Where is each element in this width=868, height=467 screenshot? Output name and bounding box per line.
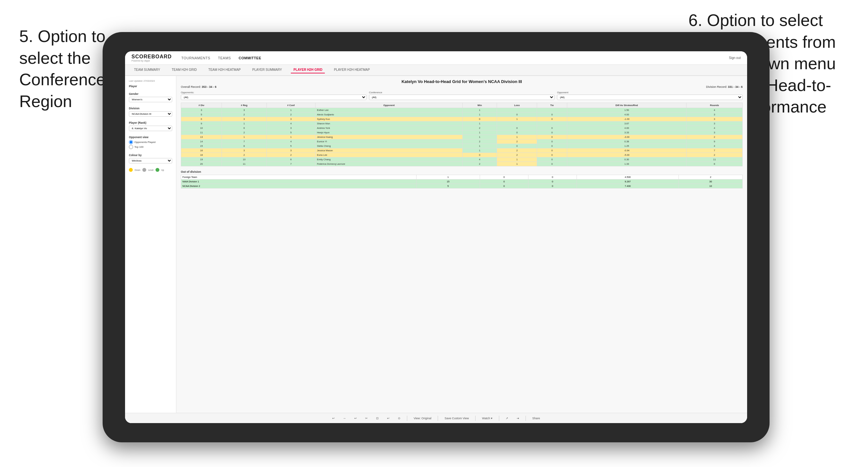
- td-diff: 0.38: [567, 139, 686, 144]
- td-reg: 2: [222, 153, 267, 157]
- colour-by-select[interactable]: Win/loss: [129, 158, 172, 163]
- player-rank-section: Player (Rank) 8. Katelyn Vo: [129, 121, 172, 131]
- filter-opp-group: Opponent (All): [557, 91, 743, 100]
- records-row: Overall Record: 353 - 34 - 6 Division Re…: [181, 85, 743, 89]
- td-diff: 1.50: [567, 108, 686, 113]
- division-label: Division: [129, 107, 172, 110]
- td-loss: [497, 108, 537, 113]
- conf-filter-select[interactable]: (All): [369, 95, 555, 100]
- sub-team-h2h-heatmap[interactable]: TEAM H2H HEATMAP: [206, 67, 243, 73]
- opponent-view-section: Opponent view Opponents Played Top 100: [129, 135, 172, 149]
- radio-top-100[interactable]: Top 100: [129, 145, 172, 149]
- td-win: 2: [462, 162, 497, 166]
- toolbar-copy[interactable]: ⊡: [374, 416, 381, 421]
- td-reg: 2: [222, 130, 267, 135]
- toolbar-share[interactable]: Share: [530, 416, 542, 421]
- sub-player-summary[interactable]: PLAYER SUMMARY: [250, 67, 284, 73]
- division-section: Division NCAA Division III: [129, 107, 172, 117]
- td-rounds: 2: [686, 153, 743, 157]
- td-tie: 0: [537, 113, 567, 117]
- legend-level-circle: [143, 168, 146, 172]
- col-opponent: Opponent: [315, 103, 462, 108]
- col-diff: Diff Av Strokes/Rnd: [567, 103, 686, 108]
- filter-opp-label: Opponent: [557, 91, 743, 94]
- td-div: 3: [181, 108, 222, 113]
- toolbar-view-original[interactable]: View: Original: [412, 416, 433, 421]
- toolbar-undo[interactable]: ↩: [330, 416, 337, 421]
- nav-tournaments[interactable]: TOURNAMENTS: [182, 55, 210, 61]
- td-out-loss: 0: [480, 180, 528, 184]
- td-rounds: 4: [686, 126, 743, 130]
- td-conf: 3: [267, 117, 315, 122]
- td-out-label: NAIA Division 1: [181, 180, 416, 184]
- td-win: 0: [462, 153, 497, 157]
- table-row: 19 10 6 Emily Chang 4 1 0 0.30 11: [181, 157, 743, 162]
- td-out-loss: 0: [480, 175, 528, 180]
- opponents-filter-select[interactable]: (All): [181, 95, 367, 100]
- td-out-diff: 7.400: [577, 184, 679, 188]
- td-conf: 7: [267, 162, 315, 166]
- td-out-rounds: 2: [679, 175, 743, 180]
- toolbar-paste[interactable]: ↩: [385, 416, 392, 421]
- h2h-title: Katelyn Vo Head-to-Head Grid for Women's…: [181, 79, 743, 84]
- td-rounds: 6: [686, 162, 743, 166]
- td-rounds: 3: [686, 117, 743, 122]
- toolbar-export[interactable]: ↗: [504, 416, 510, 421]
- td-reg: 1: [222, 135, 267, 139]
- sub-player-h2h-heatmap[interactable]: PLAYER H2H HEATMAP: [331, 67, 372, 73]
- td-win: 0: [462, 117, 497, 122]
- nav-committee[interactable]: COMMITTEE: [239, 55, 261, 61]
- td-conf: 1: [267, 108, 315, 113]
- radio-opponents-played[interactable]: Opponents Played: [129, 140, 172, 144]
- main-content: Last Updated: 27/03/2024 Player Gender W…: [125, 76, 747, 423]
- td-reg: 3: [222, 108, 267, 113]
- td-opponent: Federica Domecq Lacroze: [315, 162, 462, 166]
- toolbar-redo1[interactable]: ↔: [341, 416, 348, 421]
- nav-sign-out[interactable]: Sign out: [729, 56, 741, 60]
- logo-text: SCOREBOARD: [131, 54, 172, 60]
- toolbar-tab[interactable]: ⇥: [515, 416, 521, 421]
- td-reg: 3: [222, 117, 267, 122]
- td-conf: 4: [267, 139, 315, 144]
- toolbar-cut[interactable]: ✂: [363, 416, 370, 421]
- td-conf: 2: [267, 113, 315, 117]
- toolbar-redo2[interactable]: ↩: [352, 416, 359, 421]
- sub-team-summary[interactable]: TEAM SUMMARY: [131, 67, 163, 73]
- td-opponent: Stella Cheng: [315, 144, 462, 148]
- sub-team-h2h-grid[interactable]: TEAM H2H GRID: [169, 67, 199, 73]
- out-table-row: NAIA Division 1 15 0 0 9.267 30: [181, 180, 743, 184]
- left-panel: Last Updated: 27/03/2024 Player Gender W…: [125, 76, 176, 423]
- gender-select[interactable]: Women's: [129, 97, 172, 102]
- td-diff: -5.00: [567, 153, 686, 157]
- player-rank-select[interactable]: 8. Katelyn Vo: [129, 126, 172, 131]
- toolbar-save-custom[interactable]: Save Custom View: [442, 416, 471, 421]
- toolbar-watch[interactable]: Watch ▾: [480, 416, 494, 421]
- td-out-diff: 4.500: [577, 175, 679, 180]
- sub-player-h2h-grid[interactable]: PLAYER H2H GRID: [291, 67, 325, 73]
- td-tie: 0: [537, 126, 567, 130]
- td-tie: [537, 108, 567, 113]
- td-tie: [537, 122, 567, 126]
- td-tie: 0: [537, 144, 567, 148]
- col-reg: # Reg: [222, 103, 267, 108]
- td-opponent: Jessica Mason: [315, 148, 462, 153]
- nav-teams[interactable]: TEAMS: [218, 55, 231, 61]
- td-opponent: Emily Chang: [315, 157, 462, 162]
- td-conf: 5: [267, 130, 315, 135]
- division-select[interactable]: NCAA Division III: [129, 111, 172, 117]
- td-conf: 2: [267, 153, 315, 157]
- td-rounds: 4: [686, 108, 743, 113]
- td-out-diff: 9.267: [577, 180, 679, 184]
- app-navbar: SCOREBOARD Powered by clippd TOURNAMENTS…: [125, 51, 747, 65]
- legend: Down Level Up: [129, 168, 172, 172]
- td-loss: [497, 122, 537, 126]
- toolbar-time[interactable]: ⊙: [396, 416, 402, 421]
- td-out-rounds: 30: [679, 180, 743, 184]
- td-rounds: 3: [686, 113, 743, 117]
- legend-up-circle: [156, 168, 159, 172]
- td-conf: 3: [267, 148, 315, 153]
- td-div: 15: [181, 144, 222, 148]
- td-diff: 4.00: [567, 113, 686, 117]
- td-out-win: 5: [416, 184, 480, 188]
- opp-filter-select[interactable]: (All): [557, 95, 743, 100]
